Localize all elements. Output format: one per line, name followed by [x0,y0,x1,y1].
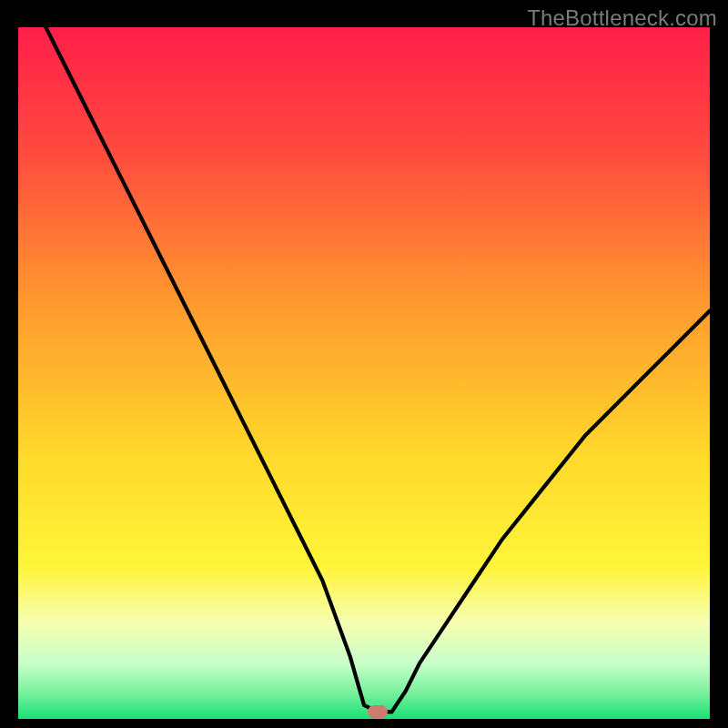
chart-frame [18,27,710,719]
optimum-marker [368,705,388,718]
bottleneck-curve [18,27,710,719]
watermark-text: TheBottleneck.com [527,5,717,31]
plot-area [18,27,710,719]
